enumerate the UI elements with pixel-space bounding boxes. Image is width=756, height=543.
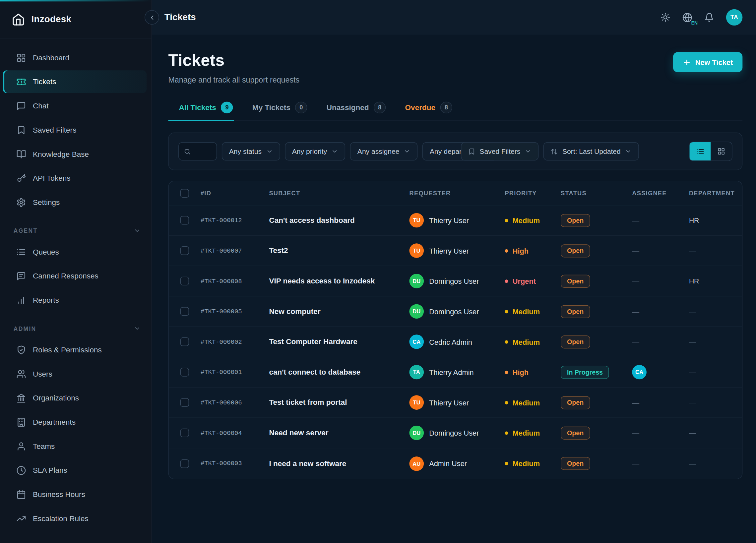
ticket-subject[interactable]: can't connect to database [269, 368, 409, 376]
row-checkbox[interactable] [180, 398, 189, 407]
tab-overdue[interactable]: Overdue 8 [404, 97, 453, 120]
sidebar-nav: Dashboard Tickets Chat Saved Filters Kno… [0, 39, 152, 543]
ticket-id: #TKT-000008 [201, 277, 269, 285]
new-ticket-button[interactable]: New Ticket [673, 52, 743, 72]
tab-count-badge: 8 [440, 102, 452, 113]
tab-all-tickets[interactable]: All Tickets 9 [168, 97, 234, 120]
sidebar-collapse-button[interactable] [145, 10, 159, 25]
ticket-requester: DU Domingos User [409, 426, 505, 440]
ticket-subject[interactable]: Test ticket from portal [269, 398, 409, 407]
sidebar-item-dashboard[interactable]: Dashboard [3, 46, 147, 69]
table-row[interactable]: #TKT-000005 New computer DU Domingos Use… [169, 296, 742, 327]
calendar-icon [16, 490, 26, 499]
row-checkbox[interactable] [180, 368, 189, 376]
sidebar-item-sla-plans[interactable]: SLA Plans [3, 459, 147, 481]
priority-dot-icon [505, 218, 508, 222]
ticket-subject[interactable]: Test2 [269, 246, 409, 255]
chevron-down-icon [134, 325, 141, 332]
row-checkbox[interactable] [180, 429, 189, 437]
sidebar-item-departments[interactable]: Departments [3, 411, 147, 433]
table-row[interactable]: #TKT-000001 can't connect to database TA… [169, 357, 742, 388]
ticket-status: In Progress [561, 366, 632, 379]
sidebar-item-chat[interactable]: Chat [3, 94, 147, 117]
page-title: Tickets [168, 51, 299, 70]
row-checkbox[interactable] [180, 307, 189, 316]
priority-dot-icon [505, 370, 508, 374]
user-avatar[interactable]: TA [726, 9, 742, 26]
shield-icon [16, 345, 26, 354]
grid-icon [718, 148, 725, 155]
sidebar-item-canned-responses[interactable]: Canned Responses [3, 265, 147, 287]
row-checkbox[interactable] [180, 337, 189, 346]
table-row[interactable]: #TKT-000003 I need a new software AU Adm… [169, 448, 742, 479]
page-head: Tickets Manage and track all support req… [168, 48, 742, 84]
sidebar-item-organizations[interactable]: Organizations [3, 387, 147, 409]
chevron-down-icon [134, 227, 141, 234]
tab-my-tickets[interactable]: My Tickets 0 [251, 97, 308, 120]
ticket-subject[interactable]: New computer [269, 307, 409, 316]
sidebar-item-knowledge-base[interactable]: Knowledge Base [3, 143, 147, 165]
sidebar-item-tickets[interactable]: Tickets [3, 70, 147, 93]
trending-icon [16, 513, 26, 523]
sidebar-item-partial[interactable] [3, 537, 147, 543]
sidebar-item-escalation-rules[interactable]: Escalation Rules [3, 507, 147, 530]
priority-filter-dropdown[interactable]: Any priority [285, 142, 346, 160]
search-input[interactable] [194, 148, 211, 155]
sidebar-item-api-tokens[interactable]: API Tokens [3, 167, 147, 189]
sidebar-item-reports[interactable]: Reports [3, 289, 147, 311]
tab-count-badge: 8 [374, 102, 386, 113]
assignee-filter-dropdown[interactable]: Any assignee [350, 142, 418, 160]
grid-view-button[interactable] [711, 142, 732, 160]
ticket-priority: High [505, 368, 561, 376]
chevron-down-icon [404, 148, 410, 154]
sidebar-item-roles-permissions[interactable]: Roles & Permissions [3, 338, 147, 361]
priority-label: High [513, 368, 529, 376]
sidebar-item-settings[interactable]: Settings [3, 191, 147, 213]
ticket-subject[interactable]: Test Computer Hardware [269, 337, 409, 346]
sidebar-item-teams[interactable]: Teams [3, 435, 147, 457]
ticket-subject[interactable]: Need new server [269, 429, 409, 437]
table-row[interactable]: #TKT-000006 Test ticket from portal TU T… [169, 388, 742, 418]
chat-icon [16, 101, 26, 111]
ticket-subject[interactable]: VIP needs access to Inzodesk [269, 277, 409, 285]
saved-filters-button[interactable]: Saved Filters [461, 142, 539, 160]
sidebar-section-agent[interactable]: AGENT [0, 213, 152, 239]
ticket-id: #TKT-000003 [201, 460, 269, 467]
topbar-title: Tickets [164, 12, 196, 23]
ticket-subject[interactable]: Can't access dashboard [269, 216, 409, 224]
filter-bar: Any status Any priority Any assignee Any… [168, 133, 742, 170]
table-row[interactable]: #TKT-000004 Need new server DU Domingos … [169, 418, 742, 449]
list-view-button[interactable] [689, 142, 711, 160]
table-row[interactable]: #TKT-000012 Can't access dashboard TU Th… [169, 205, 742, 236]
sidebar-item-saved-filters[interactable]: Saved Filters [3, 119, 147, 141]
sidebar-item-label: Settings [33, 198, 60, 207]
select-all-checkbox[interactable] [180, 189, 189, 197]
sidebar-item-queues[interactable]: Queues [3, 241, 147, 263]
status-filter-dropdown[interactable]: Any status [222, 142, 280, 160]
tab-unassigned[interactable]: Unassigned 8 [326, 97, 387, 120]
theme-toggle-button[interactable] [661, 13, 670, 22]
ticket-assignee: — [632, 277, 689, 285]
language-button[interactable]: EN [682, 12, 693, 23]
ticket-id: #TKT-000005 [201, 308, 269, 315]
sidebar-item-users[interactable]: Users [3, 362, 147, 385]
search-box[interactable] [178, 142, 217, 160]
row-checkbox[interactable] [180, 246, 189, 255]
priority-label: Medium [513, 307, 540, 316]
table-row[interactable]: #TKT-000002 Test Computer Hardware CA Ce… [169, 327, 742, 357]
column-header-status: STATUS [561, 190, 632, 196]
sidebar-item-business-hours[interactable]: Business Hours [3, 483, 147, 506]
sidebar-item-label: Saved Filters [33, 126, 77, 134]
table-row[interactable]: #TKT-000007 Test2 TU Thierry User High O… [169, 236, 742, 266]
row-checkbox[interactable] [180, 216, 189, 224]
ticket-subject[interactable]: I need a new software [269, 459, 409, 468]
row-checkbox[interactable] [180, 459, 189, 468]
row-checkbox[interactable] [180, 277, 189, 285]
requester-avatar: DU [409, 426, 424, 440]
plus-icon [683, 58, 691, 66]
notifications-button[interactable] [704, 13, 714, 22]
sidebar-section-admin[interactable]: ADMIN [0, 311, 152, 337]
ticket-department: — [689, 459, 742, 467]
table-row[interactable]: #TKT-000008 VIP needs access to Inzodesk… [169, 266, 742, 297]
sort-button[interactable]: Sort: Last Updated [543, 142, 639, 160]
